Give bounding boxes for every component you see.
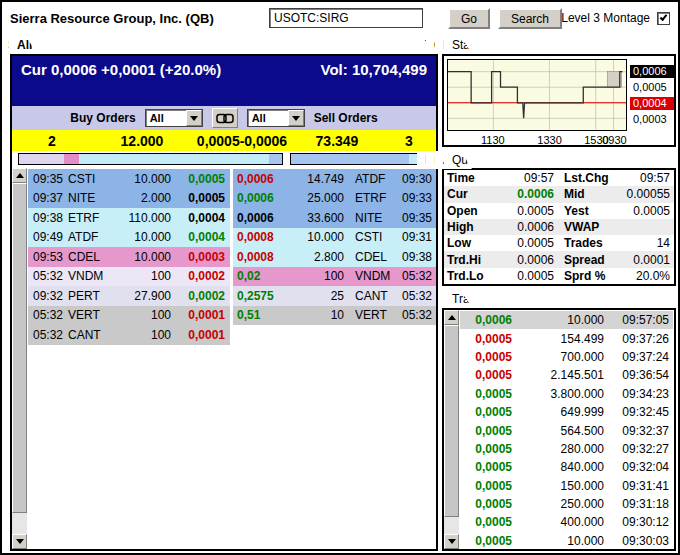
bid-time: 09:53 — [28, 247, 66, 267]
ask-price: 0,0006 — [233, 189, 283, 209]
chevron-down-icon[interactable] — [288, 110, 304, 126]
quote-label: Yest — [556, 204, 614, 218]
quote-value: 0.0005 — [494, 204, 556, 218]
buy-orders-label: Buy Orders — [70, 111, 135, 125]
scroll-up-button[interactable] — [444, 310, 459, 325]
order-book-row[interactable]: 09:49 ATDF 10.000 0,0004 0,0008 10.000 C… — [28, 228, 434, 248]
sell-orders-label: Sell Orders — [314, 111, 378, 125]
bid-price: 0,0004 — [178, 208, 230, 228]
quote-value: 14 — [614, 236, 674, 250]
bid-market-maker: PERT — [66, 286, 112, 306]
ask-size: 25.000 — [283, 189, 353, 209]
trade-size: 10.000 — [512, 313, 608, 327]
ask-price — [233, 325, 283, 345]
quote-label: Trd.Lo — [444, 269, 494, 283]
intraday-chart-panel: 0,00060,00050,00040,00031130133015300930 — [442, 54, 676, 147]
search-button[interactable]: Search — [498, 8, 562, 29]
trade-size: 154.499 — [512, 332, 608, 346]
bid-time: 09:32 — [28, 286, 66, 306]
ask-size: 10.000 — [283, 228, 353, 248]
link-filters-button[interactable] — [212, 108, 238, 128]
quote-value: 0.0005 — [494, 236, 556, 250]
ask-time: 05:32 — [397, 306, 436, 326]
trade-size: 400.000 — [512, 515, 608, 529]
order-book-row[interactable]: 09:53 CDEL 10.000 0,0003 0,0008 2.800 CD… — [28, 247, 434, 267]
bid-market-maker: NITE — [66, 189, 112, 209]
scroll-down-button[interactable] — [444, 534, 459, 549]
quote-row: Trd.Hi 0.0006 Spread 0.0001 — [444, 251, 674, 267]
ask-price: 0,0006 — [233, 208, 283, 228]
trade-row[interactable]: 0,0005 10.000 09:30:03 — [460, 532, 673, 550]
ask-time: 09:33 — [397, 189, 436, 209]
trade-price: 0,0006 — [460, 313, 512, 327]
trade-row[interactable]: 0,0005 3.800.000 09:34:23 — [460, 385, 673, 403]
order-book-row[interactable]: 05:32 VNDM 100 0,0002 0,02 100 VNDM 05:3… — [28, 267, 434, 287]
bid-market-maker: ATDF — [66, 228, 112, 248]
trade-size: 564.500 — [512, 424, 608, 438]
go-button[interactable]: Go — [448, 8, 490, 29]
trade-row[interactable]: 0,0005 700.000 09:37:24 — [460, 348, 673, 366]
buy-filter-select[interactable]: All — [145, 109, 203, 127]
trades-rows: 0,0006 10.000 09:57:05 0,0005 154.499 09… — [460, 311, 673, 550]
order-book-row[interactable]: 05:32 VERT 100 0,0001 0,51 10 VERT 05:32 — [28, 306, 434, 326]
depth-segment — [79, 154, 268, 164]
montage-checkbox-label: Level 3 Montage — [561, 11, 650, 25]
bid-depth-bar — [18, 153, 283, 165]
sell-filter-select[interactable]: All — [247, 109, 305, 127]
trades-scrollbar[interactable] — [444, 310, 459, 549]
depth-segment — [269, 154, 282, 164]
trade-size: 3.800.000 — [512, 387, 608, 401]
inside-bid-ask: 0,0005-0,0006 — [192, 133, 292, 149]
trade-row[interactable]: 0,0005 2.145.501 09:36:54 — [460, 366, 673, 384]
trade-row[interactable]: 0,0005 154.499 09:37:26 — [460, 329, 673, 347]
order-book-row[interactable]: 09:32 PERT 27.900 0,0002 0,2575 25 CANT … — [28, 286, 434, 306]
order-book-row[interactable]: 09:38 ETRF 110.000 0,0004 0,0006 33.600 … — [28, 208, 434, 228]
ask-time: 05:32 — [397, 286, 436, 306]
check-icon — [660, 13, 668, 21]
bid-time: 09:35 — [28, 169, 66, 189]
bid-size: 10.000 — [112, 247, 178, 267]
ask-depth-bar — [290, 153, 427, 165]
ask-time: 09:30 — [397, 169, 436, 189]
trade-row[interactable]: 0,0005 564.500 09:32:37 — [460, 421, 673, 439]
trade-size: 10.000 — [512, 534, 608, 548]
order-book-scrollbar[interactable] — [12, 168, 27, 549]
trade-row[interactable]: 0,0006 10.000 09:57:05 — [460, 311, 673, 329]
quote-row: High 0.0006 VWAP — [444, 219, 674, 235]
chain-link-icon — [216, 113, 234, 124]
ask-time: 05:32 — [397, 267, 436, 287]
total-bid-size: 12.000 — [92, 133, 192, 149]
trade-row[interactable]: 0,0005 400.000 09:30:12 — [460, 513, 673, 531]
scrollbar-thumb[interactable] — [444, 325, 459, 517]
trade-price: 0,0005 — [460, 387, 512, 401]
scroll-down-button[interactable] — [12, 534, 27, 549]
quote-value: 0.0005 — [494, 269, 556, 283]
scroll-up-button[interactable] — [12, 168, 27, 183]
ask-market-maker — [353, 325, 397, 345]
order-book-row[interactable]: 05:32 CANT 100 0,0001 — [28, 325, 434, 345]
ask-market-maker: NITE — [353, 208, 397, 228]
ask-market-maker: ATDF — [353, 169, 397, 189]
ask-market-maker: CANT — [353, 286, 397, 306]
depth-segment — [291, 154, 409, 164]
trade-row[interactable]: 0,0005 150.000 09:31:41 — [460, 477, 673, 495]
trade-row[interactable]: 0,0005 840.000 09:32:04 — [460, 458, 673, 476]
bid-price: 0,0001 — [178, 325, 230, 345]
montage-checkbox[interactable] — [657, 12, 670, 25]
depth-distribution — [12, 151, 436, 168]
ask-market-maker: VERT — [353, 306, 397, 326]
current-price-change: Cur 0,0006 +0,0001 (+20.0%) — [21, 61, 221, 101]
ask-size: 14.749 — [283, 169, 353, 189]
depth-segment — [64, 154, 80, 164]
ticker-input[interactable] — [269, 8, 423, 28]
quote-value: 20.0% — [614, 269, 674, 283]
trade-row[interactable]: 0,0005 280.000 09:32:27 — [460, 440, 673, 458]
trade-row[interactable]: 0,0005 649.999 09:32:45 — [460, 403, 673, 421]
scrollbar-thumb[interactable] — [12, 183, 27, 513]
order-book-row[interactable]: 09:37 NITE 2.000 0,0005 0,0006 25.000 ET… — [28, 189, 434, 209]
trade-row[interactable]: 0,0005 250.000 09:31:18 — [460, 495, 673, 513]
bid-size: 10.000 — [112, 228, 178, 248]
order-book-row[interactable]: 09:35 CSTI 10.000 0,0005 0,0006 14.749 A… — [28, 169, 434, 189]
quote-label: Time — [444, 171, 494, 185]
chevron-down-icon[interactable] — [186, 110, 202, 126]
